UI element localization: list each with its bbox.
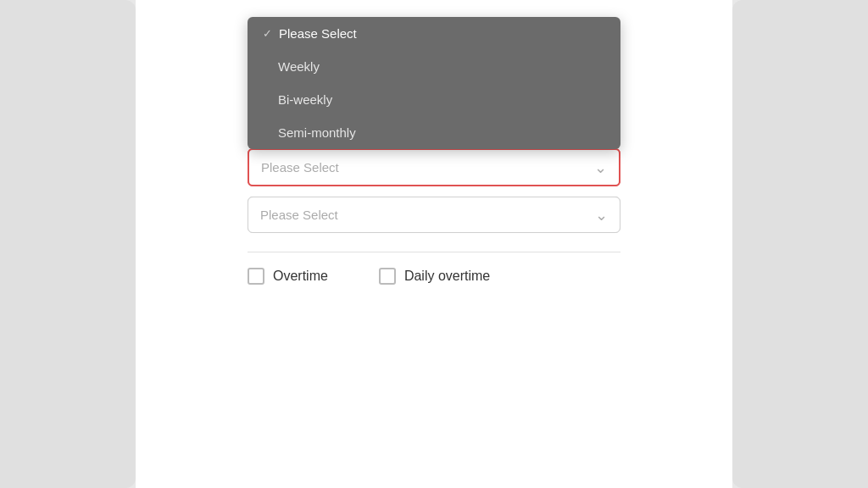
- pay-period-select-wrapper[interactable]: ✓ Please Select Weekly Bi-weekly Semi-mo…: [248, 148, 620, 186]
- side-panel-left: [0, 0, 136, 488]
- check-icon: ✓: [263, 27, 272, 40]
- checkboxes-row: Overtime Daily overtime: [248, 268, 620, 285]
- main-content: 1 2 3 4 5 6 Pay Period Details Pay Perio…: [136, 0, 732, 488]
- dropdown-option-label-0: Please Select: [279, 26, 357, 41]
- daily-overtime-checkbox-item[interactable]: Daily overtime: [379, 268, 490, 285]
- side-panel-right: [732, 0, 868, 488]
- page-container: 1 2 3 4 5 6 Pay Period Details Pay Perio…: [0, 0, 868, 488]
- overtime-checkbox-item[interactable]: Overtime: [248, 268, 328, 285]
- section-divider: [248, 252, 620, 252]
- dropdown-option-please-select[interactable]: ✓ Please Select: [248, 17, 620, 50]
- pay-period-select[interactable]: [248, 148, 620, 186]
- form-area: Pay Period* ✓ Please Select Weekly Bi-we…: [248, 130, 620, 233]
- dropdown-option-biweekly[interactable]: Bi-weekly: [248, 83, 620, 116]
- second-select-wrapper[interactable]: Please Select ⌄: [248, 197, 620, 233]
- dropdown-option-label-2: Bi-weekly: [278, 92, 332, 107]
- dropdown-option-label-3: Semi-monthly: [278, 125, 356, 140]
- daily-overtime-label: Daily overtime: [404, 269, 490, 284]
- overtime-label: Overtime: [273, 269, 328, 284]
- dropdown-option-label-1: Weekly: [278, 59, 320, 74]
- dropdown-option-weekly[interactable]: Weekly: [248, 50, 620, 83]
- second-select[interactable]: [248, 197, 620, 233]
- overtime-checkbox[interactable]: [248, 268, 264, 285]
- daily-overtime-checkbox[interactable]: [379, 268, 396, 285]
- dropdown-option-semimonthly[interactable]: Semi-monthly: [248, 116, 620, 149]
- dropdown-menu: ✓ Please Select Weekly Bi-weekly Semi-mo…: [248, 17, 620, 149]
